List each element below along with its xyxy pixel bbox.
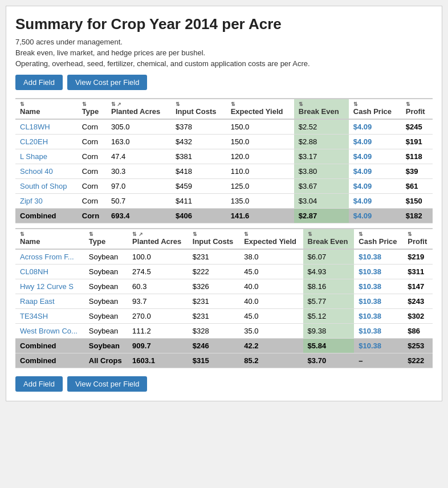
cash-price-cell[interactable]: $10.38: [354, 294, 403, 309]
field-name-cell[interactable]: CL20EH: [15, 135, 78, 149]
corn-col-cash[interactable]: ⇅ Cash Price: [349, 99, 401, 119]
field-name-link[interactable]: West Brown Co...: [20, 327, 78, 335]
combined-cash-link[interactable]: $4.09: [353, 212, 372, 220]
soy-col-planted[interactable]: ⇅ ↗ Planted Acres: [128, 229, 188, 249]
cash-price-link[interactable]: $10.38: [359, 297, 381, 306]
type-cell: Corn: [78, 149, 107, 164]
cash-price-link[interactable]: $10.38: [359, 282, 381, 291]
cash-price-link[interactable]: $10.38: [359, 312, 381, 320]
corn-combined-row: Combined Corn 693.4 $406 141.6 $2.87 $4.…: [15, 209, 433, 223]
planted-cell: 305.0: [107, 119, 171, 135]
cash-price-link[interactable]: $10.38: [359, 253, 381, 261]
view-cost-button-top[interactable]: View Cost per Field: [67, 75, 147, 90]
cash-price-cell[interactable]: $4.09: [349, 164, 401, 179]
combined-cash[interactable]: $4.09: [349, 209, 401, 223]
field-name-link[interactable]: L Shape: [20, 152, 47, 161]
field-name-cell[interactable]: West Brown Co...: [15, 324, 84, 339]
type-cell: Soybean: [84, 249, 128, 265]
cash-price-cell[interactable]: $10.38: [354, 324, 403, 339]
soy-col-name[interactable]: ⇅ Name: [15, 229, 84, 249]
corn-col-yield[interactable]: ⇅ Expected Yield: [226, 99, 294, 119]
cash-price-cell[interactable]: $10.38: [354, 265, 403, 279]
corn-col-profit[interactable]: ⇅ Profit: [401, 99, 433, 119]
corn-col-breakeven[interactable]: ⇅ Break Even: [294, 99, 349, 119]
field-name-link[interactable]: TE34SH: [20, 312, 48, 320]
all-crops-cash: –: [354, 353, 403, 368]
breakeven-cell: $3.67: [294, 179, 349, 194]
field-name-cell[interactable]: School 40: [15, 164, 78, 179]
type-cell: Soybean: [84, 309, 128, 324]
cash-price-link[interactable]: $4.09: [353, 182, 372, 190]
cash-price-link[interactable]: $10.38: [359, 267, 381, 276]
profit-cell: $219: [403, 249, 433, 265]
yield-cell: 135.0: [226, 194, 294, 209]
cash-price-link[interactable]: $10.38: [359, 327, 381, 335]
soy-col-cash[interactable]: ⇅ Cash Price: [354, 229, 403, 249]
breakeven-cell: $8.16: [303, 279, 355, 294]
soy-col-input[interactable]: ⇅ Input Costs: [188, 229, 239, 249]
cash-price-cell[interactable]: $4.09: [349, 119, 401, 135]
field-name-cell[interactable]: CL08NH: [15, 265, 84, 279]
add-field-button-bottom[interactable]: Add Field: [15, 376, 63, 392]
add-field-button-top[interactable]: Add Field: [15, 75, 63, 90]
field-name-link[interactable]: Hwy 12 Curve S: [20, 282, 74, 291]
field-name-link[interactable]: South of Shop: [20, 182, 67, 190]
profit-cell: $118: [401, 149, 433, 164]
table-row: CL18WH Corn 305.0 $378 150.0 $2.52 $4.09…: [15, 119, 433, 135]
combined-name: Combined: [15, 209, 78, 223]
soy-col-type[interactable]: ⇅ Type: [84, 229, 128, 249]
corn-table: ⇅ Name ⇅ Type ⇅ ↗ Planted Acres ⇅ Input …: [15, 98, 433, 223]
soy-col-profit[interactable]: ⇅ Profit: [403, 229, 433, 249]
field-name-cell[interactable]: Hwy 12 Curve S: [15, 279, 84, 294]
cash-price-link[interactable]: $4.09: [353, 137, 372, 146]
table-row: CL20EH Corn 163.0 $432 150.0 $2.88 $4.09…: [15, 135, 433, 149]
cash-price-link[interactable]: $4.09: [353, 197, 372, 205]
field-name-cell[interactable]: Zipf 30: [15, 194, 78, 209]
cash-price-cell[interactable]: $10.38: [354, 309, 403, 324]
field-name-link[interactable]: Raap East: [20, 297, 55, 306]
soy-combined-row: Combined Soybean 909.7 $246 42.2 $5.84 $…: [15, 339, 433, 353]
input-cost-cell: $459: [171, 179, 226, 194]
cash-price-cell[interactable]: $4.09: [349, 194, 401, 209]
table-row: Raap East Soybean 93.7 $231 40.0 $5.77 $…: [15, 294, 433, 309]
field-name-cell[interactable]: CL18WH: [15, 119, 78, 135]
field-name-cell[interactable]: Raap East: [15, 294, 84, 309]
soybean-header-row: ⇅ Name ⇅ Type ⇅ ↗ Planted Acres ⇅ Input …: [15, 229, 433, 249]
table-row: Hwy 12 Curve S Soybean 60.3 $326 40.0 $8…: [15, 279, 433, 294]
field-name-link[interactable]: Zipf 30: [20, 197, 43, 205]
combined-cash-link[interactable]: $10.38: [359, 341, 381, 350]
field-name-cell[interactable]: TE34SH: [15, 309, 84, 324]
corn-col-input[interactable]: ⇅ Input Costs: [171, 99, 226, 119]
planted-cell: 270.0: [128, 309, 188, 324]
planted-cell: 60.3: [128, 279, 188, 294]
field-name-link[interactable]: CL20EH: [20, 137, 48, 146]
cash-price-cell[interactable]: $4.09: [349, 149, 401, 164]
combined-cash[interactable]: $10.38: [354, 339, 403, 353]
field-name-link[interactable]: School 40: [20, 167, 53, 176]
input-cost-cell: $432: [171, 135, 226, 149]
field-name-link[interactable]: Across From F...: [20, 253, 74, 261]
soy-col-breakeven[interactable]: ⇅ Break Even: [303, 229, 355, 249]
cash-price-link[interactable]: $4.09: [353, 123, 372, 131]
corn-col-name[interactable]: ⇅ Name: [15, 99, 78, 119]
field-name-link[interactable]: CL18WH: [20, 123, 50, 131]
cash-price-cell[interactable]: $4.09: [349, 179, 401, 194]
field-name-cell[interactable]: South of Shop: [15, 179, 78, 194]
corn-col-type[interactable]: ⇅ Type: [78, 99, 107, 119]
corn-col-planted[interactable]: ⇅ ↗ Planted Acres: [107, 99, 171, 119]
yield-cell: 150.0: [226, 135, 294, 149]
combined-profit: $182: [401, 209, 433, 223]
soy-col-yield[interactable]: ⇅ Expected Yield: [239, 229, 303, 249]
cash-price-link[interactable]: $4.09: [353, 167, 372, 176]
cash-price-link[interactable]: $4.09: [353, 152, 372, 161]
field-name-cell[interactable]: Across From F...: [15, 249, 84, 265]
input-cost-cell: $418: [171, 164, 226, 179]
cash-price-cell[interactable]: $10.38: [354, 249, 403, 265]
combined-type: Corn: [78, 209, 107, 223]
field-name-link[interactable]: CL08NH: [20, 267, 48, 276]
cash-price-cell[interactable]: $4.09: [349, 135, 401, 149]
view-cost-button-bottom[interactable]: View Cost per Field: [67, 376, 147, 392]
planted-cell: 97.0: [107, 179, 171, 194]
cash-price-cell[interactable]: $10.38: [354, 279, 403, 294]
field-name-cell[interactable]: L Shape: [15, 149, 78, 164]
